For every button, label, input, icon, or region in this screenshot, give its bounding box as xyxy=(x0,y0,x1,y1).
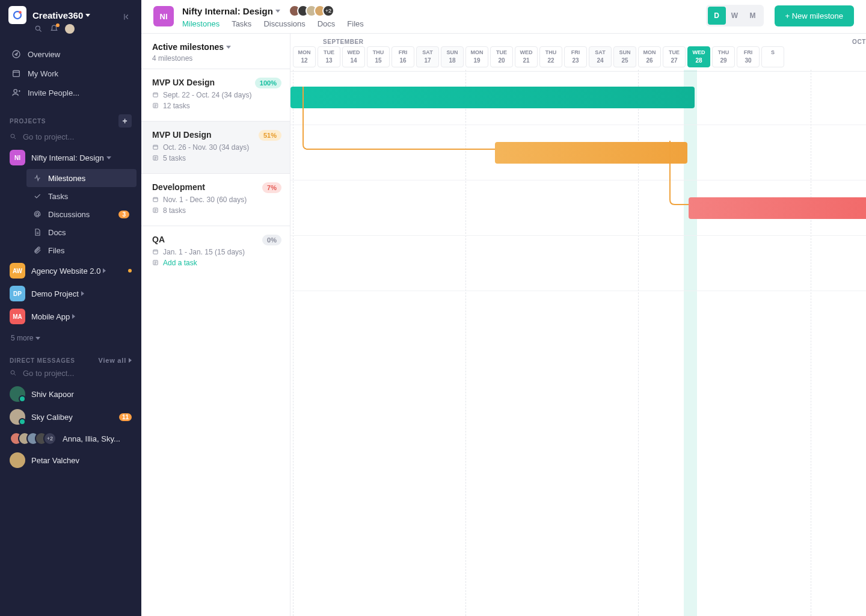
project-subitem-milestones[interactable]: Milestones xyxy=(26,169,137,187)
list-icon xyxy=(152,155,159,162)
project-name: Agency Website 2.0 xyxy=(31,266,106,276)
sidebar-project[interactable]: AW Agency Website 2.0 xyxy=(0,259,141,282)
timeline-day[interactable]: SAT17 xyxy=(416,46,439,67)
avatar-mini[interactable] xyxy=(65,24,75,34)
milestone-tasks: Add a task xyxy=(152,259,279,267)
tab-discussions[interactable]: Discussions xyxy=(263,19,305,35)
timeline-month-next: OCT xyxy=(852,34,866,46)
milestone-bar-dev[interactable] xyxy=(689,197,866,219)
clip-icon xyxy=(32,245,42,255)
tab-milestones[interactable]: Milestones xyxy=(182,19,220,35)
nav-overview-label: Overview xyxy=(28,50,60,59)
collapse-sidebar-icon[interactable] xyxy=(121,11,133,23)
milestone-item[interactable]: MVP UI Design Oct. 26 - Nov. 30 (34 days… xyxy=(141,121,290,173)
dm-item[interactable]: +2 Anna, Illia, Sky... xyxy=(0,428,141,449)
milestone-item[interactable]: MVP UX Design Sept. 22 - Oct. 24 (34 day… xyxy=(141,69,290,121)
nav-invite[interactable]: Invite People... xyxy=(5,83,137,102)
view-d[interactable]: D xyxy=(708,7,726,25)
list-icon xyxy=(152,259,159,266)
add-task-link[interactable]: Add a task xyxy=(163,259,197,267)
tab-tasks[interactable]: Tasks xyxy=(232,19,251,35)
nav-my-work[interactable]: My Work xyxy=(5,64,137,83)
project-title[interactable]: Nifty Internal: Design xyxy=(182,6,280,16)
member-avatars[interactable]: +2 xyxy=(289,5,334,17)
milestone-item[interactable]: Development Nov. 1 - Dec. 30 (60 days) 8… xyxy=(141,173,290,226)
sidebar-project[interactable]: MA Mobile App xyxy=(0,305,141,328)
timeline-day[interactable]: WED21 xyxy=(515,46,538,67)
milestone-filter[interactable]: Active milestones xyxy=(152,42,279,52)
timeline-day[interactable]: THU22 xyxy=(539,46,562,67)
project-subitem-docs[interactable]: Docs xyxy=(26,223,137,241)
dm-search[interactable]: Go to project... xyxy=(0,368,141,383)
timeline-day[interactable]: SUN18 xyxy=(441,46,464,67)
dm-item[interactable]: Sky Calibey 11 xyxy=(0,405,141,428)
svg-rect-11 xyxy=(153,145,158,149)
project-subitem-discussions[interactable]: Discussions3 xyxy=(26,205,137,223)
timeline-day[interactable]: MON12 xyxy=(293,46,316,67)
projects-more[interactable]: 5 more xyxy=(0,328,141,348)
dependency-arrow xyxy=(302,87,507,153)
sidebar-project[interactable]: DP Demo Project xyxy=(0,282,141,305)
milestone-bar-ui[interactable] xyxy=(495,142,687,164)
timeline-day[interactable]: SAT24 xyxy=(589,46,612,67)
timeline-day[interactable]: THU29 xyxy=(712,46,735,67)
timeline-day[interactable]: WED14 xyxy=(342,46,365,67)
milestone-tasks: 8 tasks xyxy=(152,206,279,215)
workspace-logo[interactable] xyxy=(8,6,26,24)
nav-overview[interactable]: Overview xyxy=(5,45,137,64)
project-badge-icon: NI xyxy=(10,150,25,165)
dm-view-all[interactable]: View all xyxy=(98,357,132,364)
tab-docs[interactable]: Docs xyxy=(318,19,336,35)
list-icon xyxy=(152,207,159,214)
doc-icon xyxy=(32,227,42,237)
view-m[interactable]: M xyxy=(744,7,762,25)
roadmap-icon xyxy=(32,173,42,183)
svg-point-7 xyxy=(36,213,39,216)
svg-point-2 xyxy=(35,26,40,30)
bell-icon[interactable] xyxy=(49,24,59,34)
search-icon xyxy=(10,369,18,378)
avatars-more[interactable]: +2 xyxy=(322,5,334,17)
project-subitem-tasks[interactable]: Tasks xyxy=(26,187,137,205)
timeline-day[interactable]: TUE20 xyxy=(490,46,513,67)
add-project-button[interactable]: + xyxy=(118,114,132,128)
new-milestone-button[interactable]: + New milestone xyxy=(775,5,854,26)
tab-files[interactable]: Files xyxy=(347,19,363,35)
topbar: NI Nifty Internal: Design +2 Miles xyxy=(141,0,866,34)
project-badge-icon: DP xyxy=(10,286,25,301)
milestone-dates: Oct. 26 - Nov. 30 (34 days) xyxy=(152,143,279,152)
status-dot xyxy=(128,269,132,273)
calendar-icon xyxy=(152,248,159,256)
timeline-day[interactable]: WED28 xyxy=(687,46,710,67)
chevron-down-icon xyxy=(226,46,231,49)
dm-item[interactable]: Shiv Kapoor xyxy=(0,383,141,405)
svg-rect-15 xyxy=(153,250,158,254)
chevron-right-icon xyxy=(129,358,132,363)
project-name: Mobile App xyxy=(31,312,75,321)
timeline-day[interactable]: THU15 xyxy=(367,46,390,67)
dm-name: Anna, Illia, Sky... xyxy=(63,434,120,443)
dm-item[interactable]: Petar Valchev xyxy=(0,449,141,472)
timeline-day[interactable]: FRI23 xyxy=(564,46,587,67)
dm-badge: 11 xyxy=(119,413,132,421)
timeline[interactable]: SEPTEMBER OCT MON12TUE13WED14THU15FRI16S… xyxy=(290,34,866,616)
milestone-item[interactable]: QA Jan. 1 - Jan. 15 (15 days) Add a task… xyxy=(141,226,290,278)
project-name: Nifty Internal: Design xyxy=(31,153,111,162)
view-w[interactable]: W xyxy=(726,7,744,25)
timeline-day[interactable]: S xyxy=(761,46,784,67)
search-icon[interactable] xyxy=(34,24,43,34)
timeline-day[interactable]: TUE13 xyxy=(318,46,340,67)
project-search[interactable]: Go to project... xyxy=(0,131,141,146)
project-subitem-files[interactable]: Files xyxy=(26,241,137,259)
invite-icon xyxy=(11,87,22,98)
timeline-day[interactable]: MON26 xyxy=(638,46,661,67)
compass-icon xyxy=(11,49,22,60)
timeline-day[interactable]: SUN25 xyxy=(613,46,636,67)
timeline-day[interactable]: TUE27 xyxy=(663,46,686,67)
timeline-day[interactable]: MON19 xyxy=(465,46,488,67)
timeline-day[interactable]: FRI16 xyxy=(392,46,414,67)
timeline-day[interactable]: FRI30 xyxy=(737,46,760,67)
workspace-name[interactable]: Creative360 xyxy=(32,10,90,20)
sidebar-project[interactable]: NI Nifty Internal: Design xyxy=(0,146,141,169)
subitem-label: Files xyxy=(48,246,64,255)
